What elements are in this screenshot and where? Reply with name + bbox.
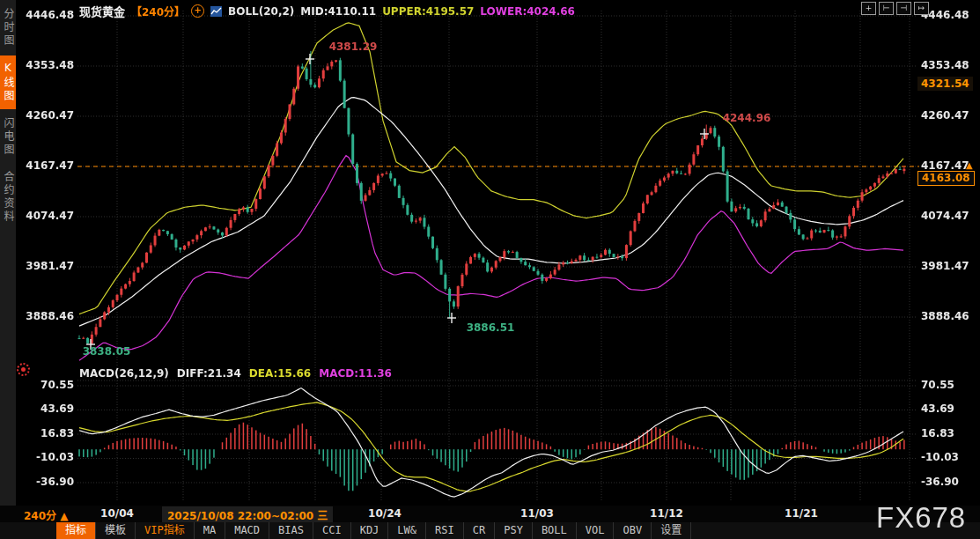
price-tick-right: 4074.47 — [921, 210, 969, 222]
sidebar-tab-闪电图[interactable]: 闪电图 — [0, 111, 16, 163]
macd-macd-value: MACD:11.36 — [319, 367, 392, 380]
price-tick-left: 3888.46 — [25, 310, 74, 322]
price-tick-left: 4260.47 — [25, 109, 74, 122]
sidebar-tab-K线图[interactable]: K线图 — [0, 55, 16, 109]
toolbar-button-RSI[interactable]: RSI — [426, 522, 464, 539]
macd-dea-value: DEA:15.66 — [249, 367, 311, 380]
extreme-price-label: 3838.05 — [83, 345, 131, 358]
toolbar-button-VOL[interactable]: VOL — [577, 522, 615, 539]
price-tick-left: 3981.47 — [25, 260, 74, 272]
macd-tick-left: -10.03 — [25, 451, 74, 463]
boll-lower-value: LOWER:4024.66 — [480, 5, 575, 18]
watermark: FX678 — [876, 501, 975, 535]
alert-flash-icon[interactable] — [17, 363, 30, 376]
date-label: 10/04 — [100, 507, 134, 520]
toolbar-button-KDJ[interactable]: KDJ — [351, 522, 389, 539]
macd-tick-right: -10.03 — [921, 451, 959, 463]
price-tick-right: 3888.46 — [921, 310, 969, 322]
extreme-price-label: 3886.51 — [467, 321, 515, 334]
period-selector[interactable]: 240分 ▲ — [24, 507, 68, 522]
macd-title: MACD(26,12,9) — [79, 367, 169, 380]
macd-tick-left: 70.55 — [25, 379, 74, 391]
boll-upper-value: UPPER:4195.57 — [382, 5, 474, 18]
last-price-badge: 4163.08 — [917, 171, 975, 186]
toolbar-button-MACD[interactable]: MACD — [225, 522, 269, 539]
window-tool-icons: +⊢⊣↦ — [861, 2, 929, 15]
symbol-name: 现货黄金 — [79, 3, 125, 19]
add-indicator-icon[interactable]: + — [191, 4, 204, 18]
boll-mid-value: MID:4110.11 — [300, 5, 376, 18]
chart-header: 现货黄金 【240分】 + BOLL(20,2) MID:4110.11 UPP… — [79, 3, 575, 19]
macd-tick-right: 70.55 — [921, 379, 954, 391]
price-tick-left: 4074.47 — [25, 210, 74, 222]
price-up-arrow-icon: ▲ — [966, 160, 973, 170]
extreme-price-label: 4244.96 — [723, 112, 771, 124]
toolbar-button-VIP指标[interactable]: VIP指标 — [136, 522, 195, 539]
toolbar-button-BOLL[interactable]: BOLL — [533, 522, 577, 539]
compress-right-icon[interactable]: ⊣ — [896, 2, 911, 15]
crosshair-icon[interactable]: + — [861, 2, 876, 15]
chart-app: 分时图K线图闪电图合约资料 现货黄金 【240分】 + BOLL(20,2) M… — [0, 0, 980, 539]
toolbar-button-MA[interactable]: MA — [195, 522, 225, 539]
toolbar-button-模板[interactable]: 模板 — [96, 522, 136, 539]
date-label: 10/24 — [368, 507, 402, 520]
toolbar-button-OBV[interactable]: OBV — [614, 522, 652, 539]
price-tick-left: 4446.48 — [25, 9, 74, 21]
toolbar-button-指标[interactable]: 指标 — [56, 522, 96, 539]
price-tick-right: 4260.47 — [921, 109, 969, 122]
macd-tick-left: 43.69 — [25, 402, 74, 415]
macd-diff-value: DIFF:21.34 — [177, 367, 241, 380]
toolbar-button-CR[interactable]: CR — [464, 522, 495, 539]
macd-tick-right: 16.83 — [921, 427, 954, 439]
price-tick-right: 4353.48 — [921, 59, 969, 71]
period-up-arrow-icon: ▲ — [60, 510, 68, 522]
period-tag[interactable]: 【240分】 — [131, 4, 185, 18]
macd-tick-left: -36.90 — [25, 476, 74, 488]
price-tick-left: 4353.48 — [25, 59, 74, 71]
price-tick-right: 4167.47 — [921, 159, 969, 172]
left-sidebar: 分时图K线图闪电图合约资料 — [0, 0, 16, 506]
chart-icon — [210, 6, 222, 17]
toolbar-button-PSY[interactable]: PSY — [495, 522, 533, 539]
extreme-price-label: 4381.29 — [329, 41, 378, 53]
toolbar-button-设置[interactable]: 设置 — [652, 522, 691, 539]
toolbar-button-BIAS[interactable]: BIAS — [269, 522, 313, 539]
macd-tick-right: 43.69 — [921, 402, 954, 415]
sidebar-tab-分时图[interactable]: 分时图 — [0, 2, 16, 54]
shift-right-icon[interactable]: ↦ — [914, 2, 929, 15]
macd-tick-left: 16.83 — [25, 427, 74, 439]
toolbar-button-CCI[interactable]: CCI — [313, 522, 351, 539]
indicator-toolbar: 指标模板VIP指标MAMACDBIASCCIKDJLW&RSICRPSYBOLL… — [0, 522, 980, 539]
time-axis-row: 240分 ▲ 2025/10/08 22:00~02:00 三 10/0410/… — [0, 506, 980, 522]
date-label: 11/21 — [785, 507, 818, 520]
price-chart-canvas[interactable] — [0, 0, 980, 506]
upper-band-price-badge: 4321.54 — [917, 77, 973, 91]
price-tick-left: 4167.47 — [25, 159, 74, 172]
bar-datetime-info: 2025/10/08 22:00~02:00 三 — [162, 506, 333, 523]
price-tick-right: 3981.47 — [921, 260, 969, 272]
date-label: 11/03 — [520, 507, 554, 520]
macd-header: MACD(26,12,9) DIFF:21.34 DEA:15.66 MACD:… — [79, 367, 392, 380]
macd-tick-right: -36.90 — [921, 476, 959, 488]
boll-label: BOLL(20,2) — [228, 5, 294, 18]
date-label: 11/12 — [650, 507, 683, 520]
compress-left-icon[interactable]: ⊢ — [879, 2, 894, 15]
sidebar-tab-合约资料[interactable]: 合约资料 — [0, 165, 16, 230]
toolbar-button-LW&[interactable]: LW& — [388, 522, 426, 539]
